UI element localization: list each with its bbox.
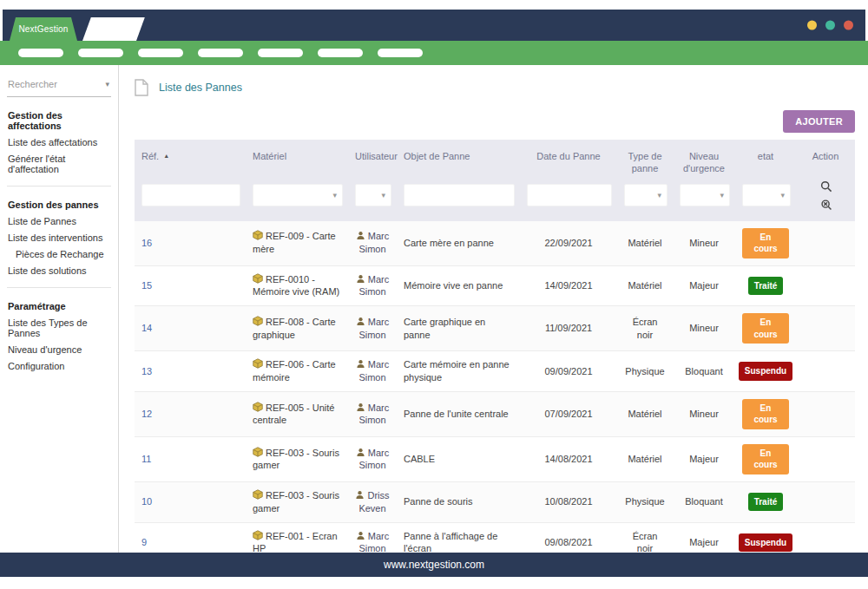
ref-link[interactable]: 12 — [141, 408, 152, 421]
chevron-down-icon: ▾ — [780, 191, 785, 200]
filter-type-select[interactable]: ▾ — [624, 184, 667, 206]
niveau-label: Majeur — [689, 453, 719, 466]
window-dot-red[interactable] — [844, 21, 853, 30]
sidebar-item[interactable]: Générer l'état d'affectation — [7, 150, 111, 177]
sidebar-item[interactable]: Liste des Types de Pannes — [7, 314, 111, 341]
objet-label: Carte mémoire en panne physique — [404, 358, 513, 384]
ref-link[interactable]: 11 — [141, 453, 151, 466]
col-date[interactable]: Date du Panne — [520, 140, 617, 179]
app-window: NextGestion Rechercher ▾ Gestion des aff… — [0, 0, 868, 589]
type-label: Matériel — [628, 237, 661, 250]
filter-ref-input[interactable] — [141, 184, 240, 206]
sidebar-item[interactable]: Configuration — [7, 357, 111, 374]
sidebar-search-dropdown[interactable]: Rechercher ▾ — [7, 77, 111, 97]
table-row: 16 REF-009 - Carte mère Marc Simon Carte… — [135, 221, 855, 266]
ref-link[interactable]: 14 — [141, 322, 152, 335]
objet-label: Carte graphique en panne — [404, 316, 513, 342]
chevron-down-icon: ▾ — [381, 191, 385, 200]
table-row: 10 REF-003 - Souris gamer Driss Keven Pa… — [135, 482, 855, 523]
objet-label: Panne de l'unite centrale — [404, 408, 509, 421]
sidebar-item[interactable]: Pièces de Rechange — [7, 245, 111, 262]
niveau-label: Mineur — [689, 322, 719, 335]
materiel-label: REF-003 - Souris gamer — [253, 490, 339, 514]
document-icon — [135, 79, 148, 96]
window-dot-teal[interactable] — [825, 21, 835, 30]
package-icon — [253, 358, 263, 369]
nav-pill[interactable] — [78, 49, 123, 57]
footer: www.nextgestion.com — [0, 553, 868, 577]
col-materiel[interactable]: Matériel — [246, 140, 348, 179]
niveau-label: Mineur — [689, 408, 719, 421]
titlebar-decoration — [82, 17, 145, 41]
type-label: Matériel — [628, 408, 661, 421]
nav-pill[interactable] — [138, 49, 183, 57]
col-niveau[interactable]: Niveau d'urgence — [673, 140, 735, 179]
ref-link[interactable]: 16 — [141, 237, 152, 250]
titlebar: NextGestion — [3, 10, 865, 41]
materiel-cell: REF-009 - Carte mère — [246, 221, 348, 265]
type-label: Physique — [625, 495, 664, 508]
filter-etat-select[interactable]: ▾ — [742, 184, 791, 206]
utilisateur-cell: Marc Simon — [348, 392, 397, 436]
date-label: 14/09/2021 — [544, 279, 592, 292]
date-label: 14/08/2021 — [544, 453, 592, 466]
sidebar-item[interactable]: Liste des interventions — [7, 229, 111, 245]
sidebar-item[interactable]: Liste des solutions — [7, 262, 111, 278]
search-button[interactable] — [820, 180, 832, 193]
type-label: Matériel — [628, 279, 661, 292]
objet-label: CABLE — [404, 453, 435, 466]
table-filter-row: ▾ ▾ ▾ ▾ ▾ — [135, 179, 855, 221]
table-row: 15 REF-0010 - Mémoire vive (RAM) Marc Si… — [135, 266, 855, 307]
col-utilisateur[interactable]: Utilisateur — [348, 140, 397, 179]
date-label: 09/08/2021 — [544, 536, 592, 549]
col-etat[interactable]: etat — [735, 140, 796, 179]
nav-pill[interactable] — [258, 49, 303, 57]
chevron-down-icon: ▾ — [657, 191, 661, 200]
filter-date-input[interactable] — [527, 184, 612, 206]
user-icon — [356, 402, 365, 412]
table-row: 12 REF-005 - Unité centrale Marc Simon P… — [135, 392, 855, 437]
utilisateur-cell: Marc Simon — [348, 266, 397, 306]
filter-utilisateur-select[interactable]: ▾ — [355, 184, 391, 206]
ref-link[interactable]: 15 — [141, 279, 152, 292]
sidebar-item[interactable]: Liste des affectations — [7, 134, 111, 150]
window-controls — [807, 21, 853, 30]
sidebar-item[interactable]: Liste de Pannes — [7, 213, 111, 229]
window-dot-yellow[interactable] — [807, 21, 817, 30]
nav-pill[interactable] — [18, 49, 63, 57]
status-badge: Suspendu — [739, 533, 792, 553]
filter-objet-input[interactable] — [404, 184, 515, 206]
materiel-label: REF-003 - Souris gamer — [253, 448, 339, 471]
add-button[interactable]: AJOUTER — [783, 110, 855, 133]
ref-link[interactable]: 9 — [141, 536, 147, 549]
ref-link[interactable]: 13 — [141, 365, 152, 378]
ref-link[interactable]: 10 — [141, 495, 152, 508]
page-title: Liste des Pannes — [159, 82, 242, 94]
package-icon — [253, 402, 263, 412]
status-badge: En cours — [742, 444, 789, 474]
status-badge: En cours — [742, 228, 789, 259]
nav-pill[interactable] — [318, 49, 363, 57]
clear-search-button[interactable] — [820, 199, 832, 211]
chevron-down-icon: ▾ — [332, 191, 337, 200]
package-icon — [253, 230, 263, 240]
brand-logo: NextGestion — [18, 24, 68, 34]
nav-pill[interactable] — [198, 49, 243, 57]
col-ref[interactable]: Réf. ▲ — [135, 140, 246, 179]
status-badge: En cours — [742, 313, 789, 344]
nav-pill[interactable] — [378, 49, 423, 57]
filter-materiel-select[interactable]: ▾ — [253, 184, 343, 206]
action-cell — [796, 392, 855, 436]
sidebar-item[interactable]: Niveau d'urgence — [7, 341, 111, 357]
action-cell — [796, 482, 855, 522]
action-cell — [796, 437, 855, 481]
package-icon — [253, 273, 263, 284]
materiel-label: REF-001 - Ecran HP — [253, 531, 338, 554]
filter-niveau-select[interactable]: ▾ — [680, 184, 730, 206]
brand-logo-tab[interactable]: NextGestion — [10, 17, 77, 41]
user-icon — [355, 490, 365, 500]
user-icon — [356, 274, 365, 284]
table-row: 14 REF-008 - Carte graphique Marc Simon … — [135, 306, 855, 351]
col-type[interactable]: Type de panne — [617, 140, 673, 179]
col-objet[interactable]: Objet de Panne — [397, 140, 520, 179]
